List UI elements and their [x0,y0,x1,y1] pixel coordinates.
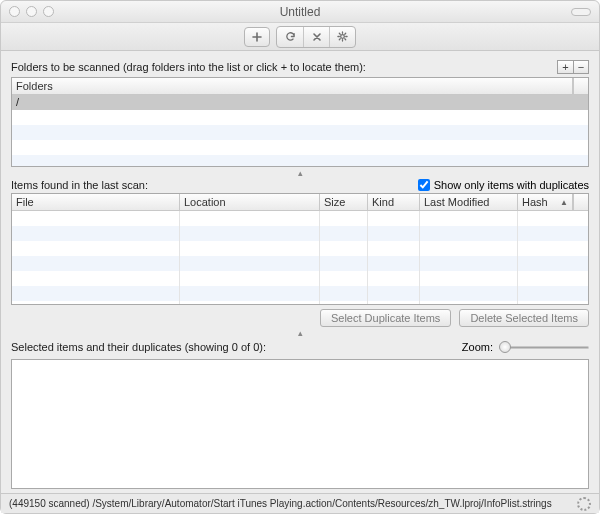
folders-columns: Folders [12,78,588,95]
toolbar-segment [276,26,356,48]
content-area: Folders to be scanned (drag folders into… [1,51,599,493]
preview-label: Selected items and their duplicates (sho… [11,341,266,353]
col-hash[interactable]: Hash ▲ [518,194,573,210]
add-button[interactable] [244,27,270,47]
table-row[interactable] [12,256,588,271]
folders-header-row: Folders to be scanned (drag folders into… [11,59,589,75]
slider-track [499,346,589,349]
header-corner [573,78,588,94]
show-duplicates-box[interactable] [418,179,430,191]
zoom-window-button[interactable] [43,6,54,17]
show-duplicates-label: Show only items with duplicates [434,179,589,191]
table-row[interactable] [12,226,588,241]
titlebar: Untitled [1,1,599,23]
items-action-row: Select Duplicate Items Delete Selected I… [11,309,589,327]
col-kind[interactable]: Kind [368,194,420,210]
table-row[interactable] [12,140,588,155]
table-row[interactable] [12,125,588,140]
col-location[interactable]: Location [180,194,320,210]
table-row[interactable] [12,211,588,226]
table-row[interactable] [12,95,588,110]
preview-header-row: Selected items and their duplicates (sho… [11,339,589,355]
folders-row-0[interactable]: / [16,95,19,110]
plus-icon [252,32,262,42]
col-last-modified[interactable]: Last Modified [420,194,518,210]
splitter-2[interactable]: ▴ [11,327,589,339]
preview-pane[interactable] [11,359,589,489]
folders-remove-button[interactable]: − [573,60,589,74]
splitter-grip-icon: ▴ [298,168,303,178]
table-row[interactable] [12,110,588,125]
svg-point-0 [341,35,345,39]
window-title: Untitled [1,5,599,19]
folders-label: Folders to be scanned (drag folders into… [11,61,366,73]
folders-col-header[interactable]: Folders [12,78,573,94]
app-window: Untitled [0,0,600,514]
col-size[interactable]: Size [320,194,368,210]
zoom-slider[interactable] [499,340,589,354]
gear-icon [337,31,348,42]
folders-add-button[interactable]: + [557,60,573,74]
refresh-icon [285,31,296,42]
zoom-control: Zoom: [462,340,589,354]
items-columns: File Location Size Kind Last Modified Ha… [12,194,588,211]
show-duplicates-checkbox[interactable]: Show only items with duplicates [418,179,589,191]
table-row[interactable] [12,241,588,256]
folders-list[interactable]: Folders / [11,77,589,167]
toolbar [1,23,599,51]
close-window-button[interactable] [9,6,20,17]
x-icon [312,32,322,42]
select-duplicate-items-button[interactable]: Select Duplicate Items [320,309,451,327]
toolbar-pill-button[interactable] [571,8,591,16]
traffic-lights [9,6,54,17]
minimize-window-button[interactable] [26,6,37,17]
items-header-row: Items found in the last scan: Show only … [11,179,589,191]
status-text: (449150 scanned) /System/Library/Automat… [9,498,552,509]
slider-knob[interactable] [499,341,511,353]
folders-plus-minus: + − [557,60,589,74]
delete-selected-items-button[interactable]: Delete Selected Items [459,309,589,327]
rescan-button[interactable] [277,27,303,47]
table-row[interactable] [12,286,588,301]
splitter-1[interactable]: ▴ [11,167,589,179]
stop-button[interactable] [303,27,329,47]
settings-button[interactable] [329,27,355,47]
status-bar: (449150 scanned) /System/Library/Automat… [1,493,599,513]
folders-list-body[interactable]: / [12,95,588,166]
zoom-label: Zoom: [462,341,493,353]
spinner-icon [577,497,591,511]
items-list-body[interactable] [12,211,588,304]
items-list[interactable]: File Location Size Kind Last Modified Ha… [11,193,589,305]
table-row[interactable] [12,155,588,166]
col-hash-label: Hash [522,196,548,208]
items-label: Items found in the last scan: [11,179,148,191]
table-row[interactable] [12,271,588,286]
sort-asc-icon: ▲ [560,198,568,207]
splitter-grip-icon: ▴ [298,328,303,338]
col-file[interactable]: File [12,194,180,210]
header-corner [573,194,588,210]
